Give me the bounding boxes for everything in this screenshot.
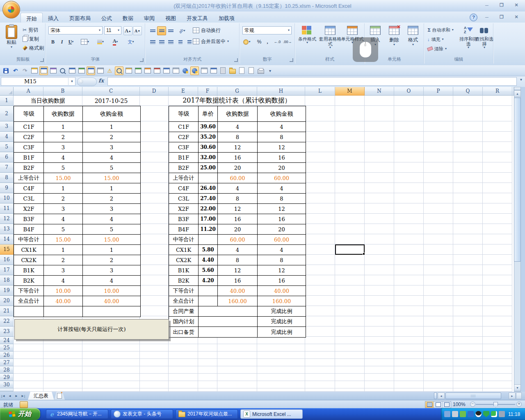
orientation-button[interactable]: ab▾ bbox=[178, 26, 187, 35]
cell[interactable]: C2F bbox=[14, 132, 44, 142]
row-header-7[interactable]: 7 bbox=[0, 162, 14, 173]
cell[interactable] bbox=[199, 235, 218, 245]
paste-button[interactable]: 粘贴 ▾ bbox=[2, 25, 21, 48]
cell[interactable]: 上等合计 bbox=[14, 173, 44, 183]
row-header-11[interactable]: 11 bbox=[0, 203, 14, 214]
row-header-23[interactable]: 23 bbox=[0, 326, 14, 337]
page-layout-view-button[interactable] bbox=[434, 402, 443, 408]
cell[interactable]: 完成比例 bbox=[258, 327, 306, 337]
cell[interactable]: B1F bbox=[169, 153, 199, 163]
format-brush-icon[interactable] bbox=[49, 66, 57, 75]
cell[interactable]: B2F bbox=[14, 163, 44, 173]
cell[interactable]: 下等合计 bbox=[14, 286, 44, 296]
row-header-18[interactable]: 18 bbox=[0, 275, 14, 285]
find-select-button[interactable]: 查找和选择▾ bbox=[476, 26, 493, 49]
cell[interactable]: C4F bbox=[169, 183, 199, 194]
cell[interactable]: 15.00 bbox=[83, 173, 140, 183]
cell[interactable]: 4 bbox=[218, 183, 258, 194]
cell[interactable]: 10.00 bbox=[83, 286, 140, 296]
undo-icon[interactable]: ↶ bbox=[11, 66, 20, 75]
cell[interactable]: C3F bbox=[14, 142, 44, 153]
cell[interactable]: 27.40 bbox=[199, 194, 218, 204]
taskbar-task-2[interactable]: 发表文章 - 头条号 bbox=[111, 409, 173, 419]
cell[interactable]: 16 bbox=[258, 214, 306, 224]
taskbar-task-4[interactable]: XMicrosoft Excel ... bbox=[240, 409, 303, 419]
start-button[interactable]: 开始 bbox=[0, 408, 40, 420]
macro-record-icon[interactable] bbox=[20, 401, 28, 408]
format-as-table-button[interactable]: 套用表格格式▾ bbox=[319, 26, 341, 49]
autosum-button[interactable]: Σ 自动求和▾ bbox=[426, 26, 455, 34]
increase-decimal-icon[interactable]: ←.0 bbox=[273, 37, 282, 46]
horizontal-scroll-thumb[interactable] bbox=[445, 393, 501, 399]
scroll-up-icon[interactable]: ▲ bbox=[514, 90, 521, 97]
minimize-button[interactable]: ─ bbox=[482, 2, 492, 9]
left-table-title[interactable]: 当日收购数据 bbox=[14, 96, 82, 106]
cell[interactable]: B2K bbox=[14, 276, 44, 286]
cell[interactable]: 22.00 bbox=[199, 204, 218, 214]
row-header-partial[interactable] bbox=[0, 388, 14, 392]
browser-tray-icon[interactable] bbox=[468, 411, 474, 417]
cell[interactable]: C2F bbox=[169, 132, 199, 142]
cell[interactable]: 4 bbox=[258, 183, 306, 194]
cell[interactable]: 32.00 bbox=[199, 153, 218, 163]
align-left-button[interactable] bbox=[148, 37, 157, 46]
cell[interactable] bbox=[199, 327, 258, 337]
sort-filter-button[interactable]: A Z 排序和筛选▾ bbox=[461, 26, 476, 49]
cell[interactable]: 出口备货 bbox=[169, 327, 199, 337]
cell[interactable]: 25.00 bbox=[199, 163, 218, 173]
cell[interactable]: CX2K bbox=[169, 255, 199, 265]
cell[interactable]: 收购金额 bbox=[83, 106, 140, 122]
calculate-macro-button[interactable]: 计算按钮(每天只能运行一次) bbox=[14, 319, 169, 340]
cell[interactable]: 3 bbox=[83, 204, 140, 214]
cell[interactable]: 5 bbox=[44, 224, 83, 235]
column-header-P[interactable]: P bbox=[424, 87, 453, 96]
cell[interactable]: 20 bbox=[258, 163, 306, 173]
column-header-G[interactable]: G bbox=[217, 87, 257, 96]
cell[interactable]: 4 bbox=[44, 276, 83, 286]
delete-cells-button[interactable]: ✕ 删除▾ bbox=[386, 26, 403, 46]
row-header-2[interactable]: 2 bbox=[0, 106, 14, 121]
cell[interactable]: 等级 bbox=[14, 106, 44, 122]
format-painter-button[interactable]: 格式刷 bbox=[21, 44, 45, 52]
cell[interactable]: 15.00 bbox=[44, 173, 83, 183]
cell[interactable]: 上等合计 bbox=[169, 173, 199, 183]
clear-button[interactable]: 清除▾ bbox=[426, 45, 448, 53]
cell[interactable]: 12 bbox=[258, 204, 306, 214]
cell[interactable]: C1F bbox=[14, 122, 44, 132]
security-shield-icon[interactable] bbox=[483, 411, 489, 417]
last-sheet-icon[interactable]: ►| bbox=[20, 392, 26, 400]
decrease-indent-icon[interactable] bbox=[176, 37, 185, 46]
column-header-E[interactable]: E bbox=[169, 87, 198, 96]
cell[interactable]: 5 bbox=[83, 224, 140, 235]
cell[interactable]: 3 bbox=[44, 265, 83, 276]
cell[interactable]: 2 bbox=[83, 194, 140, 204]
save-icon[interactable] bbox=[2, 66, 10, 75]
row-header-8[interactable]: 8 bbox=[0, 173, 14, 183]
cell[interactable] bbox=[83, 306, 140, 317]
cell[interactable]: 40.00 bbox=[83, 296, 140, 306]
cell[interactable]: 8 bbox=[258, 132, 306, 142]
cell[interactable]: C4F bbox=[14, 183, 44, 194]
scroll-down-icon[interactable]: ▼ bbox=[514, 384, 521, 391]
cell[interactable]: B2K bbox=[169, 276, 199, 286]
cell[interactable]: 2 bbox=[44, 194, 83, 204]
number-format-select[interactable]: 常规▾ bbox=[242, 26, 292, 34]
redo-icon[interactable]: ↷ bbox=[21, 66, 29, 75]
cell[interactable]: 16 bbox=[218, 153, 258, 163]
cell[interactable]: 20 bbox=[258, 224, 306, 235]
row-header-12[interactable]: 12 bbox=[0, 214, 14, 224]
wrap-text-button[interactable]: 自动换行 bbox=[192, 26, 222, 34]
increase-font-icon[interactable]: A▲ bbox=[123, 26, 132, 35]
row-header-16[interactable]: 16 bbox=[0, 255, 14, 265]
cell[interactable]: 收购数据 bbox=[218, 106, 258, 122]
right-table-title[interactable]: 2017年数据统计表（累计收购数据） bbox=[169, 96, 305, 106]
chart-wizard-icon[interactable] bbox=[30, 66, 39, 75]
insert-rows-icon[interactable] bbox=[134, 66, 142, 75]
row-header-1[interactable]: 1 bbox=[0, 96, 14, 106]
cell[interactable]: 4.20 bbox=[199, 276, 218, 286]
hand-input-icon[interactable] bbox=[124, 66, 133, 75]
cell[interactable]: 全点合计 bbox=[14, 296, 44, 306]
align-top-button[interactable] bbox=[148, 26, 157, 35]
cell[interactable]: 4 bbox=[44, 153, 83, 163]
cell[interactable]: B3F bbox=[169, 214, 199, 224]
